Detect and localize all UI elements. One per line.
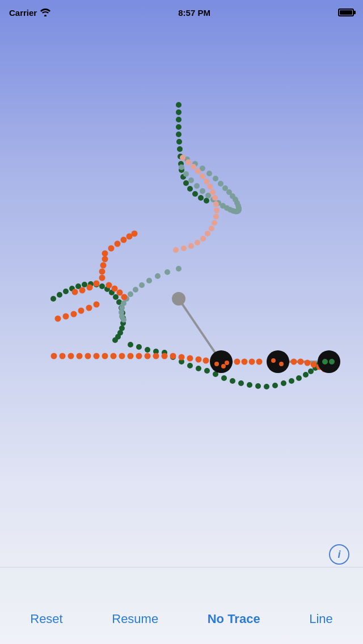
svg-point-149 [249, 359, 255, 365]
svg-point-107 [180, 155, 185, 160]
svg-point-95 [164, 269, 170, 275]
svg-point-176 [94, 302, 100, 308]
svg-point-27 [99, 283, 105, 289]
svg-point-140 [162, 353, 168, 359]
status-bar: Carrier 8:57 PM [0, 0, 363, 25]
black-anchor-1[interactable] [210, 350, 233, 373]
svg-point-49 [204, 368, 210, 374]
svg-point-21 [63, 289, 69, 294]
status-carrier: Carrier [9, 8, 50, 18]
svg-point-164 [102, 256, 108, 262]
svg-point-137 [136, 353, 142, 359]
svg-point-14 [183, 180, 189, 186]
svg-point-106 [121, 317, 126, 323]
svg-point-177 [86, 305, 92, 311]
svg-point-133 [102, 353, 108, 359]
svg-point-174 [117, 290, 123, 296]
svg-point-48 [196, 366, 201, 371]
svg-point-166 [99, 269, 105, 275]
svg-point-87 [222, 185, 228, 191]
battery-fill [340, 10, 352, 15]
svg-point-160 [115, 241, 121, 247]
svg-point-58 [281, 380, 286, 386]
svg-point-65 [179, 164, 184, 170]
svg-point-115 [212, 195, 218, 201]
black-anchor-2[interactable] [267, 350, 289, 373]
svg-point-172 [106, 282, 112, 289]
svg-point-119 [212, 220, 217, 226]
svg-point-108 [185, 159, 191, 165]
svg-point-118 [213, 214, 219, 219]
svg-point-148 [242, 359, 248, 365]
resume-button[interactable]: Resume [103, 606, 167, 632]
svg-point-141 [170, 353, 176, 359]
svg-point-16 [192, 191, 198, 197]
svg-point-62 [308, 368, 314, 374]
svg-point-109 [191, 164, 196, 170]
canvas-area[interactable] [0, 0, 363, 567]
dark-green-dots [50, 102, 322, 389]
svg-point-20 [57, 292, 62, 298]
svg-point-147 [234, 359, 240, 365]
svg-point-96 [155, 273, 161, 279]
svg-point-183 [221, 364, 226, 368]
svg-point-186 [279, 362, 284, 366]
reset-button[interactable]: Reset [21, 606, 71, 632]
svg-point-56 [264, 384, 269, 389]
carrier-text: Carrier [9, 8, 37, 18]
orange-dots [51, 231, 328, 372]
svg-point-161 [121, 237, 127, 243]
svg-point-66 [183, 171, 189, 177]
svg-point-117 [214, 207, 220, 213]
line-button[interactable]: Line [300, 606, 342, 632]
svg-point-188 [329, 359, 335, 365]
svg-point-121 [205, 231, 210, 236]
svg-point-159 [108, 245, 115, 252]
svg-point-98 [139, 282, 145, 288]
svg-point-60 [296, 375, 302, 381]
svg-point-175 [121, 294, 128, 300]
no-trace-button[interactable]: No Trace [199, 606, 269, 632]
svg-point-0 [44, 15, 47, 16]
svg-point-122 [200, 236, 206, 242]
svg-point-47 [187, 363, 193, 368]
svg-point-42 [145, 347, 150, 353]
svg-point-57 [272, 383, 278, 388]
svg-point-127 [51, 353, 57, 359]
bottom-panel: Reset Resume No Trace Line [0, 567, 363, 644]
svg-point-170 [79, 287, 86, 294]
svg-point-116 [213, 201, 219, 207]
battery-icon [338, 9, 354, 16]
svg-point-181 [55, 316, 61, 322]
gray-control-point [172, 292, 185, 306]
svg-point-51 [221, 375, 227, 381]
svg-point-130 [77, 353, 83, 359]
svg-point-18 [204, 198, 209, 204]
svg-line-1 [179, 299, 221, 362]
svg-point-19 [50, 296, 56, 302]
svg-point-167 [99, 275, 105, 281]
svg-point-143 [187, 355, 193, 362]
svg-point-153 [298, 359, 304, 365]
svg-point-89 [213, 176, 218, 181]
info-icon: i [329, 544, 349, 565]
svg-point-40 [128, 342, 133, 348]
info-button[interactable]: i [327, 542, 352, 567]
svg-point-144 [196, 357, 202, 363]
svg-point-69 [200, 188, 205, 194]
svg-point-113 [207, 184, 213, 189]
svg-point-70 [205, 193, 211, 198]
svg-point-142 [179, 354, 185, 361]
svg-point-110 [195, 168, 201, 174]
svg-point-185 [271, 358, 276, 363]
svg-point-184 [225, 361, 229, 365]
svg-point-55 [255, 383, 261, 389]
svg-point-125 [181, 245, 187, 251]
svg-point-168 [94, 281, 100, 287]
status-time: 8:57 PM [178, 8, 210, 18]
svg-point-3 [176, 102, 182, 108]
svg-point-169 [87, 285, 93, 291]
svg-point-163 [132, 231, 138, 237]
svg-point-67 [188, 177, 194, 183]
svg-point-155 [311, 362, 317, 368]
